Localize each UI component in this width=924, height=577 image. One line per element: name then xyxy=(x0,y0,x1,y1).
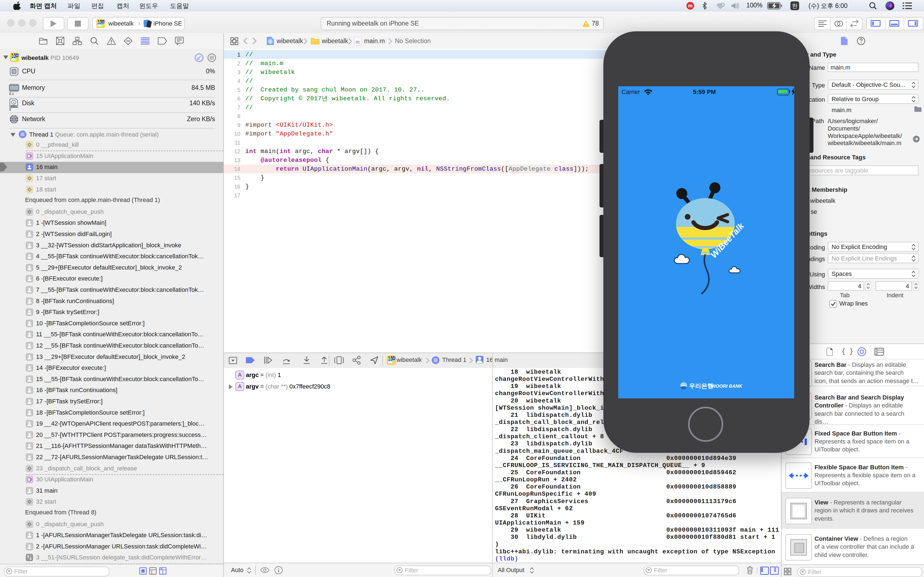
svg-text:Talk: Talk xyxy=(102,21,105,23)
svg-text:Talk: Talk xyxy=(16,55,19,56)
svg-text:우리은행: 우리은행 xyxy=(689,382,713,389)
svg-text:WOORI BANK: WOORI BANK xyxy=(711,384,743,389)
svg-text:Talk: Talk xyxy=(393,357,396,359)
